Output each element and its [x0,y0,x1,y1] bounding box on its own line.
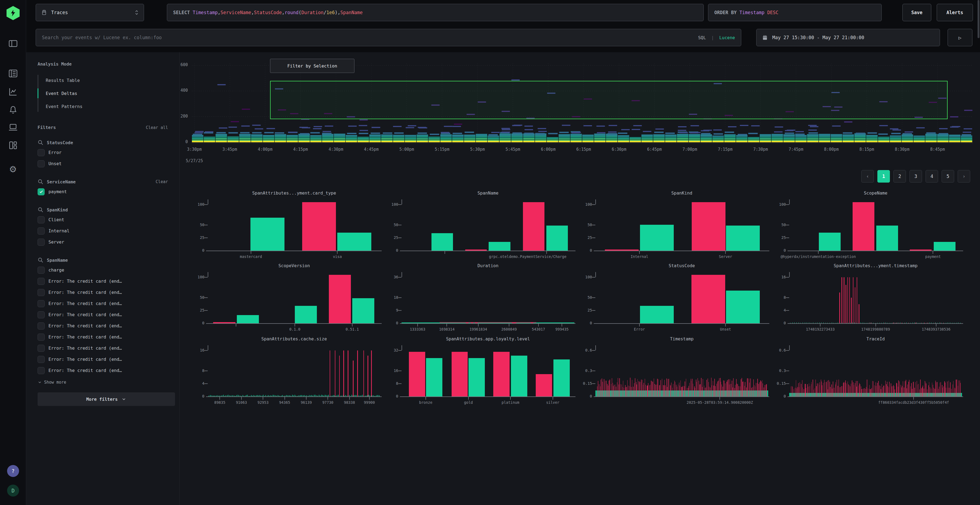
analysis-mode-label: Event Deltas [46,91,77,96]
chart-dense-red-line [810,386,810,397]
facet-option[interactable]: Error: The credit card (end… [38,298,168,309]
source-select[interactable]: Traces [36,4,144,21]
chart-plot-area[interactable] [789,345,962,397]
checkbox[interactable] [38,227,45,235]
alerts-bell-icon[interactable] [7,104,19,116]
pagination-page[interactable]: 2 [893,170,906,183]
save-button[interactable]: Save [902,4,931,21]
chart-dense-red-line [942,388,943,397]
facet-option[interactable]: Server [38,237,168,248]
heatmap-selection-box[interactable] [270,81,948,119]
chart-dense-red-line [838,380,839,397]
run-query-button[interactable]: ▷ [948,29,972,46]
facet-option[interactable]: Error [38,147,168,158]
lang-lucene[interactable]: Lucene [719,35,735,40]
pagination-next[interactable]: › [958,170,970,183]
checkbox[interactable] [38,356,45,363]
facet-option[interactable]: Error: The credit card (end… [38,309,168,320]
pagination-prev[interactable]: ‹ [861,170,874,183]
facet-clear-button[interactable]: Clear [156,179,168,184]
facet-option-label: Error: The credit card (end… [48,301,122,306]
chart-plot-area[interactable] [789,272,962,323]
dashboards-icon[interactable] [7,139,19,151]
chart-plot-area[interactable] [401,345,574,397]
sessions-laptop-icon[interactable] [7,121,19,133]
chart-dense-red-line [597,386,598,397]
checkbox[interactable] [38,289,45,296]
chart-plot-area[interactable] [208,199,380,251]
facet-option[interactable]: Error: The credit card (end… [38,320,168,332]
date-range-picker[interactable]: May 27 15:30:00 - May 27 21:00:00 [756,29,940,46]
select-query-input[interactable]: SELECT Timestamp,ServiceName,StatusCode,… [167,4,704,21]
chart-rug-tick-pink [897,323,897,323]
checkbox[interactable] [38,149,45,156]
clear-all-button[interactable]: Clear all [146,125,168,130]
chart-plot-area[interactable] [401,272,574,323]
checkbox[interactable] [38,322,45,329]
chart-plot-area[interactable] [208,272,380,323]
facet-option[interactable]: Error: The credit card (end… [38,343,168,354]
more-filters-button[interactable]: More filters [38,392,175,406]
chart-plot-area[interactable] [595,345,768,397]
chart-plot-area[interactable] [595,199,768,251]
facet-option[interactable]: Error: The credit card (end… [38,287,168,298]
chart-rug-tick [322,395,323,397]
chart-plot-area[interactable] [595,272,768,323]
chart-plot-area[interactable] [789,199,962,251]
chart-y-tick [786,297,789,298]
pagination-page[interactable]: 3 [910,170,922,183]
facet-group: SpanKindClientInternalServer [38,205,168,248]
facet-option[interactable]: Internal [38,225,168,237]
checkbox[interactable] [38,278,45,285]
checkbox[interactable] [38,300,45,307]
order-by-input[interactable]: ORDER BY Timestamp DESC [708,4,882,21]
alerts-button[interactable]: Alerts [937,4,973,21]
facet-option[interactable]: payment [38,186,168,197]
facet-option[interactable]: Error: The credit card (end… [38,332,168,343]
facet-option[interactable]: Unset [38,158,168,169]
pagination-page[interactable]: 5 [942,170,954,183]
checkbox[interactable] [38,311,45,318]
pagination-page[interactable]: 4 [926,170,938,183]
chart-rug-tick [221,395,221,397]
settings-gear-icon[interactable]: ⚙ [7,163,19,175]
checkbox[interactable] [38,345,45,352]
chart-y-tick-label: 0 [579,248,592,252]
scrollbar-thumb[interactable] [978,0,980,38]
lang-sql[interactable]: SQL [698,35,706,40]
chart-explorer-icon[interactable] [7,86,19,98]
analysis-mode-item[interactable]: Results Table [38,74,168,87]
pagination-page[interactable]: 1 [877,170,890,183]
chart-plot-area[interactable] [401,199,574,251]
checkbox[interactable] [38,333,45,341]
filter-by-selection-tooltip[interactable]: Filter by Selection [270,59,355,73]
calendar-icon [762,35,768,41]
checkbox[interactable] [38,216,45,223]
help-button[interactable]: ? [7,465,19,477]
chart-dense-red-line [632,380,632,397]
facet-option[interactable]: Error: The credit card (end… [38,365,168,376]
panel-toggle-icon[interactable] [7,38,19,49]
search-logs-icon[interactable] [7,67,19,79]
facet-option[interactable]: Error: The credit card (end… [38,354,168,365]
analysis-mode-item[interactable]: Event Patterns [38,100,168,113]
chart-rug-tick-pink [916,323,916,323]
facet-option[interactable]: charge [38,264,168,276]
chart-rug-tick [276,395,277,397]
checkbox-checked[interactable] [38,188,45,195]
language-toggle[interactable]: SQL | Lucene [698,35,735,40]
facet-chart: SpanAttributes.cache.size168408983591063… [192,336,386,407]
facet-option[interactable]: Client [38,214,168,225]
hyperdx-logo-icon[interactable] [6,6,20,20]
search-input[interactable]: Search your events w/ Lucene ex. column:… [36,29,741,46]
show-more-button[interactable]: Show more [38,380,168,385]
chart-x-axis [788,251,963,251]
checkbox[interactable] [38,160,45,167]
analysis-mode-item[interactable]: Event Deltas [38,87,168,100]
user-avatar[interactable]: D [7,484,19,497]
facet-option[interactable]: Error: The credit card (end… [38,276,168,287]
checkbox[interactable] [38,239,45,246]
checkbox[interactable] [38,267,45,274]
chart-plot-area[interactable] [208,345,380,397]
checkbox[interactable] [38,367,45,374]
